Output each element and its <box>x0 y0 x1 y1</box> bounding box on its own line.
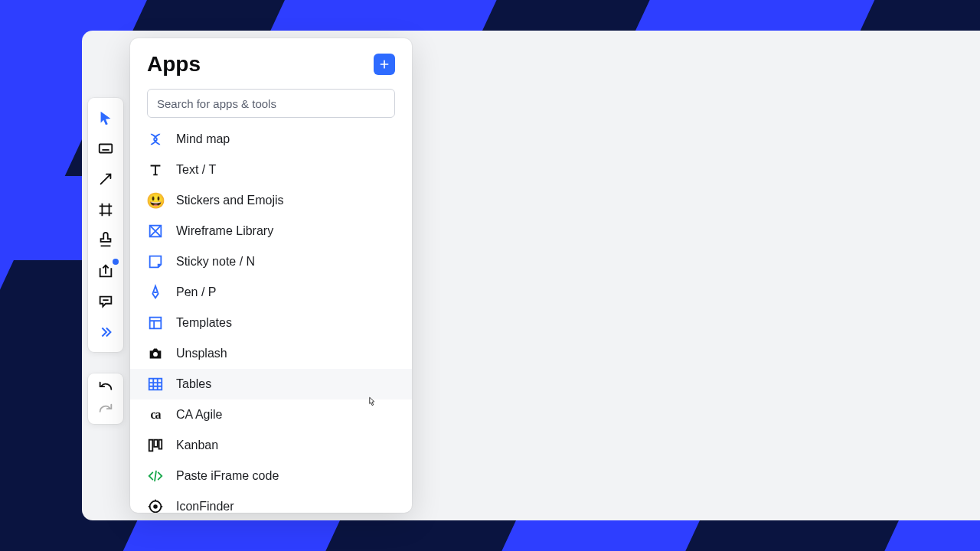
svg-rect-9 <box>154 440 158 447</box>
app-label: Text / T <box>176 163 216 177</box>
arrow-icon <box>97 171 114 187</box>
history-panel <box>88 373 123 424</box>
undo-icon <box>97 380 114 396</box>
apps-panel-title: Apps <box>147 52 201 77</box>
apps-search-input[interactable] <box>147 89 395 118</box>
camera-icon <box>147 345 164 362</box>
apps-list: Mind map Text / T 😃 Stickers and Emojis … <box>130 124 412 513</box>
app-item-iconfinder[interactable]: IconFinder <box>130 491 412 513</box>
app-item-unsplash[interactable]: Unsplash <box>130 338 412 369</box>
kanban-icon <box>147 437 164 454</box>
pen-icon <box>147 284 164 301</box>
side-toolbar <box>88 98 123 352</box>
stamp-icon <box>97 232 114 249</box>
app-item-sticky-note[interactable]: Sticky note / N <box>130 246 412 277</box>
cursor-icon <box>97 109 114 126</box>
add-app-button[interactable] <box>374 54 395 75</box>
notification-dot-icon <box>113 259 119 265</box>
iconfinder-icon <box>147 498 164 513</box>
app-item-wireframe[interactable]: Wireframe Library <box>130 216 412 246</box>
redo-button[interactable] <box>88 399 123 421</box>
app-item-mind-map[interactable]: Mind map <box>130 124 412 155</box>
app-label: Templates <box>176 316 232 330</box>
sticky-note-icon <box>147 253 164 270</box>
svg-rect-10 <box>159 440 162 449</box>
table-icon <box>147 376 164 393</box>
apps-panel: Apps Mind map Text / T 😃 Stickers and Em… <box>130 38 412 513</box>
select-tool[interactable] <box>88 103 123 133</box>
text-icon <box>147 161 164 178</box>
app-item-iframe[interactable]: Paste iFrame code <box>130 461 412 491</box>
svg-point-12 <box>153 504 158 509</box>
app-label: Mind map <box>176 132 230 146</box>
arrow-tool[interactable] <box>88 164 123 194</box>
ca-agile-icon: ca <box>147 406 164 423</box>
svg-point-3 <box>154 138 157 141</box>
app-item-tables[interactable]: Tables <box>130 369 412 399</box>
comment-tool[interactable] <box>88 286 123 317</box>
app-label: Tables <box>176 377 211 391</box>
code-icon <box>147 468 164 484</box>
app-item-stickers[interactable]: 😃 Stickers and Emojis <box>130 185 412 216</box>
card-icon <box>97 140 114 157</box>
app-item-templates[interactable]: Templates <box>130 308 412 338</box>
app-item-ca-agile[interactable]: ca CA Agile <box>130 399 412 430</box>
frame-icon <box>97 201 114 218</box>
redo-icon <box>97 402 114 419</box>
app-label: Wireframe Library <box>176 224 273 238</box>
svg-rect-5 <box>150 318 162 329</box>
app-item-kanban[interactable]: Kanban <box>130 430 412 461</box>
plus-icon <box>378 58 390 70</box>
templates-icon <box>147 315 164 331</box>
app-label: Kanban <box>176 439 218 452</box>
undo-button[interactable] <box>88 377 123 399</box>
mind-map-icon <box>147 131 164 148</box>
frame-tool[interactable] <box>88 194 123 225</box>
app-item-text[interactable]: Text / T <box>130 155 412 185</box>
app-label: CA Agile <box>176 408 222 422</box>
card-tool[interactable] <box>88 133 123 164</box>
svg-rect-8 <box>149 440 153 452</box>
stamp-tool[interactable] <box>88 225 123 256</box>
app-label: Unsplash <box>176 347 227 360</box>
svg-rect-0 <box>100 145 113 153</box>
app-item-pen[interactable]: Pen / P <box>130 277 412 308</box>
svg-rect-7 <box>149 379 162 390</box>
wireframe-icon <box>147 223 164 240</box>
emoji-icon: 😃 <box>147 192 164 209</box>
upload-tool[interactable] <box>88 256 123 286</box>
svg-point-6 <box>153 352 158 357</box>
comment-icon <box>97 293 114 310</box>
app-label: IconFinder <box>176 500 234 513</box>
upload-icon <box>97 262 114 279</box>
app-label: Stickers and Emojis <box>176 194 284 207</box>
app-label: Pen / P <box>176 285 216 299</box>
app-label: Sticky note / N <box>176 255 255 269</box>
more-tools[interactable] <box>88 317 123 347</box>
chevron-right-double-icon <box>97 324 114 341</box>
app-label: Paste iFrame code <box>176 469 279 483</box>
